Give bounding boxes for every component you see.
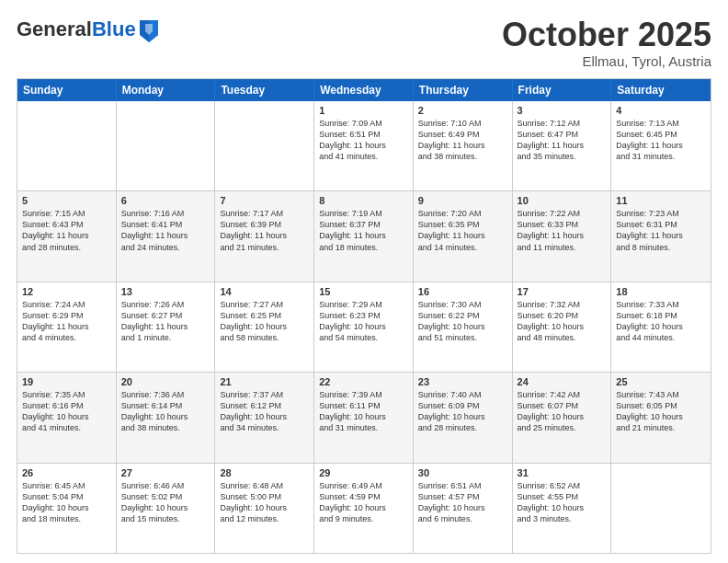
day-number: 18 — [616, 286, 706, 297]
calendar-cell-day-5: 5Sunrise: 7:15 AM Sunset: 6:43 PM Daylig… — [17, 191, 117, 281]
page: GeneralBlue October 2025 Ellmau, Tyrol, … — [0, 0, 728, 563]
calendar-cell-day-24: 24Sunrise: 7:42 AM Sunset: 6:07 PM Dayli… — [513, 373, 612, 462]
day-number: 4 — [616, 105, 706, 116]
day-number: 24 — [518, 376, 607, 387]
day-number: 31 — [518, 467, 607, 478]
header: GeneralBlue October 2025 Ellmau, Tyrol, … — [17, 17, 711, 69]
day-number: 21 — [220, 376, 309, 387]
day-info: Sunrise: 6:49 AM Sunset: 4:59 PM Dayligh… — [319, 480, 408, 525]
day-info: Sunrise: 6:51 AM Sunset: 4:57 PM Dayligh… — [418, 480, 507, 525]
logo: GeneralBlue — [17, 17, 160, 42]
day-info: Sunrise: 7:20 AM Sunset: 6:35 PM Dayligh… — [418, 208, 507, 253]
day-info: Sunrise: 7:43 AM Sunset: 6:05 PM Dayligh… — [616, 389, 706, 434]
weekday-header-monday: Monday — [117, 79, 216, 101]
calendar-row-2: 5Sunrise: 7:15 AM Sunset: 6:43 PM Daylig… — [17, 190, 711, 281]
calendar-cell-empty — [215, 101, 314, 190]
day-info: Sunrise: 6:45 AM Sunset: 5:04 PM Dayligh… — [22, 480, 111, 525]
day-number: 1 — [319, 105, 408, 116]
calendar-cell-day-25: 25Sunrise: 7:43 AM Sunset: 6:05 PM Dayli… — [611, 373, 711, 462]
day-info: Sunrise: 7:40 AM Sunset: 6:09 PM Dayligh… — [418, 389, 507, 434]
day-number: 16 — [418, 286, 507, 297]
day-info: Sunrise: 7:32 AM Sunset: 6:20 PM Dayligh… — [518, 299, 607, 344]
calendar-cell-day-19: 19Sunrise: 7:35 AM Sunset: 6:16 PM Dayli… — [17, 373, 117, 462]
logo-general-text: General — [17, 17, 92, 40]
calendar-cell-day-2: 2Sunrise: 7:10 AM Sunset: 6:49 PM Daylig… — [414, 101, 513, 190]
day-number: 23 — [418, 376, 507, 387]
day-info: Sunrise: 7:37 AM Sunset: 6:12 PM Dayligh… — [220, 389, 309, 434]
calendar-cell-day-27: 27Sunrise: 6:46 AM Sunset: 5:02 PM Dayli… — [117, 464, 216, 553]
day-info: Sunrise: 7:13 AM Sunset: 6:45 PM Dayligh… — [616, 118, 706, 163]
weekday-header-wednesday: Wednesday — [314, 79, 414, 101]
calendar-row-3: 12Sunrise: 7:24 AM Sunset: 6:29 PM Dayli… — [17, 282, 711, 372]
calendar-cell-empty — [17, 101, 117, 190]
calendar-row-1: 1Sunrise: 7:09 AM Sunset: 6:51 PM Daylig… — [17, 101, 711, 190]
day-number: 22 — [319, 376, 408, 387]
day-info: Sunrise: 7:39 AM Sunset: 6:11 PM Dayligh… — [319, 389, 408, 434]
month-title: October 2025 — [502, 17, 711, 53]
logo-icon — [138, 17, 160, 42]
calendar-cell-day-14: 14Sunrise: 7:27 AM Sunset: 6:25 PM Dayli… — [215, 282, 314, 372]
calendar-row-4: 19Sunrise: 7:35 AM Sunset: 6:16 PM Dayli… — [17, 372, 711, 462]
calendar-cell-day-6: 6Sunrise: 7:16 AM Sunset: 6:41 PM Daylig… — [117, 191, 216, 281]
calendar-cell-day-28: 28Sunrise: 6:48 AM Sunset: 5:00 PM Dayli… — [215, 464, 314, 553]
calendar-cell-day-3: 3Sunrise: 7:12 AM Sunset: 6:47 PM Daylig… — [513, 101, 612, 190]
calendar-cell-day-10: 10Sunrise: 7:22 AM Sunset: 6:33 PM Dayli… — [513, 191, 612, 281]
day-number: 7 — [220, 195, 309, 206]
calendar-body: 1Sunrise: 7:09 AM Sunset: 6:51 PM Daylig… — [17, 101, 711, 553]
calendar-cell-day-1: 1Sunrise: 7:09 AM Sunset: 6:51 PM Daylig… — [314, 101, 414, 190]
calendar-cell-day-11: 11Sunrise: 7:23 AM Sunset: 6:31 PM Dayli… — [611, 191, 711, 281]
day-info: Sunrise: 6:46 AM Sunset: 5:02 PM Dayligh… — [121, 480, 210, 525]
day-info: Sunrise: 7:09 AM Sunset: 6:51 PM Dayligh… — [319, 118, 408, 163]
day-number: 6 — [121, 195, 210, 206]
calendar-cell-day-9: 9Sunrise: 7:20 AM Sunset: 6:35 PM Daylig… — [414, 191, 513, 281]
calendar-cell-day-26: 26Sunrise: 6:45 AM Sunset: 5:04 PM Dayli… — [17, 464, 117, 553]
day-info: Sunrise: 7:29 AM Sunset: 6:23 PM Dayligh… — [319, 299, 408, 344]
calendar-cell-day-22: 22Sunrise: 7:39 AM Sunset: 6:11 PM Dayli… — [314, 373, 414, 462]
day-info: Sunrise: 7:24 AM Sunset: 6:29 PM Dayligh… — [22, 299, 111, 344]
calendar-cell-day-13: 13Sunrise: 7:26 AM Sunset: 6:27 PM Dayli… — [117, 282, 216, 372]
calendar-cell-day-17: 17Sunrise: 7:32 AM Sunset: 6:20 PM Dayli… — [513, 282, 612, 372]
calendar-cell-day-31: 31Sunrise: 6:52 AM Sunset: 4:55 PM Dayli… — [513, 464, 612, 553]
calendar-cell-day-8: 8Sunrise: 7:19 AM Sunset: 6:37 PM Daylig… — [314, 191, 414, 281]
title-block: October 2025 Ellmau, Tyrol, Austria — [502, 17, 711, 69]
day-info: Sunrise: 7:16 AM Sunset: 6:41 PM Dayligh… — [121, 208, 210, 253]
calendar-cell-day-30: 30Sunrise: 6:51 AM Sunset: 4:57 PM Dayli… — [414, 464, 513, 553]
logo-blue-text: Blue — [92, 17, 136, 40]
day-number: 25 — [616, 376, 706, 387]
day-number: 12 — [22, 286, 111, 297]
subtitle: Ellmau, Tyrol, Austria — [502, 53, 711, 69]
day-number: 5 — [22, 195, 111, 206]
day-info: Sunrise: 7:19 AM Sunset: 6:37 PM Dayligh… — [319, 208, 408, 253]
calendar-cell-empty — [117, 101, 216, 190]
day-info: Sunrise: 7:12 AM Sunset: 6:47 PM Dayligh… — [518, 118, 607, 163]
calendar-cell-empty — [611, 464, 711, 553]
day-number: 19 — [22, 376, 111, 387]
day-info: Sunrise: 7:33 AM Sunset: 6:18 PM Dayligh… — [616, 299, 706, 344]
calendar-row-5: 26Sunrise: 6:45 AM Sunset: 5:04 PM Dayli… — [17, 463, 711, 553]
day-number: 20 — [121, 376, 210, 387]
day-number: 3 — [518, 105, 607, 116]
weekday-header-sunday: Sunday — [17, 79, 117, 101]
calendar-cell-day-12: 12Sunrise: 7:24 AM Sunset: 6:29 PM Dayli… — [17, 282, 117, 372]
day-info: Sunrise: 7:23 AM Sunset: 6:31 PM Dayligh… — [616, 208, 706, 253]
weekday-header-saturday: Saturday — [611, 79, 711, 101]
day-number: 10 — [518, 195, 607, 206]
day-info: Sunrise: 7:17 AM Sunset: 6:39 PM Dayligh… — [220, 208, 309, 253]
day-number: 15 — [319, 286, 408, 297]
weekday-header-tuesday: Tuesday — [215, 79, 314, 101]
calendar-cell-day-29: 29Sunrise: 6:49 AM Sunset: 4:59 PM Dayli… — [314, 464, 414, 553]
day-number: 8 — [319, 195, 408, 206]
day-info: Sunrise: 7:27 AM Sunset: 6:25 PM Dayligh… — [220, 299, 309, 344]
day-number: 27 — [121, 467, 210, 478]
calendar-cell-day-4: 4Sunrise: 7:13 AM Sunset: 6:45 PM Daylig… — [611, 101, 711, 190]
day-number: 9 — [418, 195, 507, 206]
day-info: Sunrise: 7:42 AM Sunset: 6:07 PM Dayligh… — [518, 389, 607, 434]
calendar: SundayMondayTuesdayWednesdayThursdayFrid… — [17, 78, 711, 554]
day-number: 14 — [220, 286, 309, 297]
calendar-cell-day-18: 18Sunrise: 7:33 AM Sunset: 6:18 PM Dayli… — [611, 282, 711, 372]
day-number: 11 — [616, 195, 706, 206]
day-number: 2 — [418, 105, 507, 116]
day-info: Sunrise: 7:22 AM Sunset: 6:33 PM Dayligh… — [518, 208, 607, 253]
day-number: 13 — [121, 286, 210, 297]
calendar-cell-day-16: 16Sunrise: 7:30 AM Sunset: 6:22 PM Dayli… — [414, 282, 513, 372]
